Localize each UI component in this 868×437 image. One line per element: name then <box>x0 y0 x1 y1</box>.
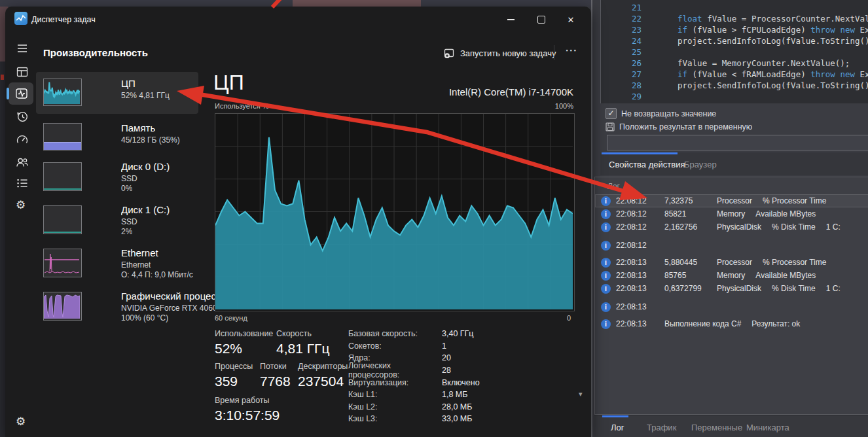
panel-tabbar: Свойства действия Браузер <box>600 152 868 175</box>
chart-y-label: Используется % <box>215 102 269 110</box>
chart-x-left: 60 секунд <box>215 314 247 322</box>
performance-nav-accent-bar <box>7 88 9 99</box>
disk1-mini-chart <box>43 205 82 234</box>
cpu-detail-row: Кэш L1:1,8 МБ <box>348 389 480 401</box>
cpu-detail-row: Кэш L3:33,0 МБ <box>348 413 480 425</box>
stat-usage-label: Использование <box>215 329 273 338</box>
log-row[interactable]: i22:08:127,32375Processor% Processor Tim… <box>595 194 868 207</box>
log-timestamp: 22:08:13 <box>616 258 654 267</box>
line-number: 21 <box>601 2 642 13</box>
code-line: 29 <box>601 91 868 102</box>
startup-apps-icon[interactable] <box>16 133 29 146</box>
log-row[interactable]: i22:08:122,162756PhysicalDisk% Disk Time… <box>595 220 868 234</box>
log-field: 1 C: <box>826 222 841 232</box>
sidebar-item-cpu[interactable]: ЦП 52% 4,81 ГГц <box>36 72 198 114</box>
sidebar-item-memory[interactable]: Память 45/128 ГБ (35%) <box>36 116 198 158</box>
more-options-button[interactable]: ⋯ <box>560 43 583 61</box>
new-task-icon <box>444 48 455 59</box>
tab-variables[interactable]: Переменные <box>691 423 742 432</box>
log-panel-title: Лог <box>607 182 620 191</box>
performance-icon[interactable] <box>15 87 28 100</box>
line-number: 24 <box>601 35 642 46</box>
tab-browser[interactable]: Браузер <box>684 160 717 169</box>
stat-processes-value: 359 <box>215 374 238 389</box>
sidebar-item-gpu[interactable]: Графический процессор NVIDIA GeForce RTX… <box>36 289 198 331</box>
log-timestamp: 22:08:13 <box>616 271 654 280</box>
no-return-checkbox-row[interactable]: ✓ Не возвращать значение <box>606 108 716 119</box>
sidebar-item-disk0[interactable]: Диск 0 (D:) SSD 0% <box>36 160 198 201</box>
ethernet-mini-chart <box>43 249 82 277</box>
log-row[interactable]: i22:08:1285821MemoryAvailable MBytes <box>595 207 868 220</box>
window-title: Диспетчер задач <box>31 15 96 24</box>
log-row[interactable]: i22:08:135,880445Processor% Processor Ti… <box>595 256 868 269</box>
log-field: PhysicalDisk <box>717 222 761 232</box>
background-app-top-strip <box>0 0 591 7</box>
code-line: 24project.SendInfoToLog(fValue.ToString(… <box>601 35 868 46</box>
info-icon: i <box>601 302 611 312</box>
code-line: 21 <box>601 2 868 13</box>
log-field: Processor <box>717 196 752 205</box>
tab-minimap[interactable]: Миникарта <box>746 423 789 432</box>
maximize-icon <box>537 16 545 24</box>
log-timestamp: 22:08:12 <box>616 222 654 232</box>
stat-uptime-value: 3:10:57:59 <box>215 408 280 423</box>
line-number: 25 <box>601 46 642 58</box>
code-line: 22float fValue = ProcessorCounter.NextVa… <box>601 13 868 24</box>
task-manager-window: Диспетчер задач ✕ Производительность Зап… <box>5 7 591 437</box>
log-field: 85821 <box>664 209 706 218</box>
cpu-detail-row: Логических процессоров:28 <box>348 364 480 377</box>
cpu-detail-row: Базовая скорость:3,40 ГГц <box>348 328 480 340</box>
stat-speed-label: Скорость <box>276 329 312 338</box>
scroll-down-icon[interactable]: ▾ <box>579 390 583 398</box>
log-panel: Лог i22:08:127,32375Processor% Processor… <box>594 177 868 415</box>
log-row[interactable]: i22:08:13 <box>595 300 868 313</box>
checkbox-checked-icon[interactable]: ✓ <box>606 108 617 119</box>
close-button[interactable]: ✕ <box>557 10 585 29</box>
sidebar-item-ethernet[interactable]: Ethernet Ethernet О: 4,4 П: 9,0 Мбит/с <box>36 246 198 288</box>
log-row[interactable]: i22:08:1385765MemoryAvailable MBytes <box>595 269 868 282</box>
log-field: Memory <box>717 209 745 218</box>
log-row[interactable]: i22:08:13Выполнение кода C#Результат: ok <box>595 317 868 330</box>
info-icon: i <box>601 319 611 329</box>
chart-x-right: 0 <box>567 314 571 322</box>
tab-traffic[interactable]: Трафик <box>647 423 676 432</box>
cpu-detail-row: Сокетов:1 <box>348 340 480 353</box>
code-editor[interactable]: 2122float fValue = ProcessorCounter.Next… <box>600 0 868 105</box>
code-line: 27if (fValue < fRAMLoadEdge) throw new E… <box>601 69 868 80</box>
app-history-icon[interactable] <box>16 110 29 123</box>
log-field: Available MBytes <box>755 209 816 218</box>
info-icon: i <box>601 258 611 268</box>
log-row[interactable]: i22:08:12 <box>595 239 868 252</box>
log-field: % Disk Time <box>772 284 816 293</box>
settings-icon[interactable]: ⚙ <box>16 415 29 428</box>
minimize-button[interactable] <box>497 10 524 29</box>
log-field: Available MBytes <box>755 271 816 280</box>
log-timestamp: 22:08:12 <box>616 241 654 250</box>
chart-y-max: 100% <box>555 102 573 110</box>
processes-icon[interactable] <box>16 65 29 79</box>
maximize-button[interactable] <box>528 10 555 29</box>
cpu-mini-chart <box>43 79 82 106</box>
code-line: 25 <box>601 46 868 58</box>
info-icon: i <box>601 241 611 251</box>
log-row[interactable]: i22:08:130,6372799PhysicalDisk% Disk Tim… <box>595 282 868 295</box>
log-field: % Processor Time <box>763 258 826 267</box>
save-variable-row[interactable]: Положить результат в переменную <box>606 122 752 131</box>
tab-action-properties[interactable]: Свойства действия <box>609 160 685 169</box>
run-new-task-button[interactable]: Запустить новую задачу <box>441 44 558 62</box>
variable-input[interactable] <box>607 135 868 150</box>
users-icon[interactable] <box>16 156 29 169</box>
details-icon[interactable] <box>16 177 29 190</box>
info-icon: i <box>601 209 611 219</box>
task-manager-app-icon <box>14 12 27 25</box>
save-variable-label: Положить результат в переменную <box>619 122 752 131</box>
minimize-icon <box>507 19 515 20</box>
sidebar-item-disk1[interactable]: Диск 1 (C:) SSD 2% <box>36 203 198 245</box>
info-icon: i <box>601 196 611 206</box>
log-field: Processor <box>717 258 752 267</box>
services-icon[interactable]: ⚙ <box>16 199 29 212</box>
hamburger-menu-icon[interactable] <box>16 42 29 55</box>
line-number: 23 <box>601 24 642 35</box>
info-icon: i <box>601 222 611 232</box>
tab-log[interactable]: Лог <box>611 423 624 432</box>
